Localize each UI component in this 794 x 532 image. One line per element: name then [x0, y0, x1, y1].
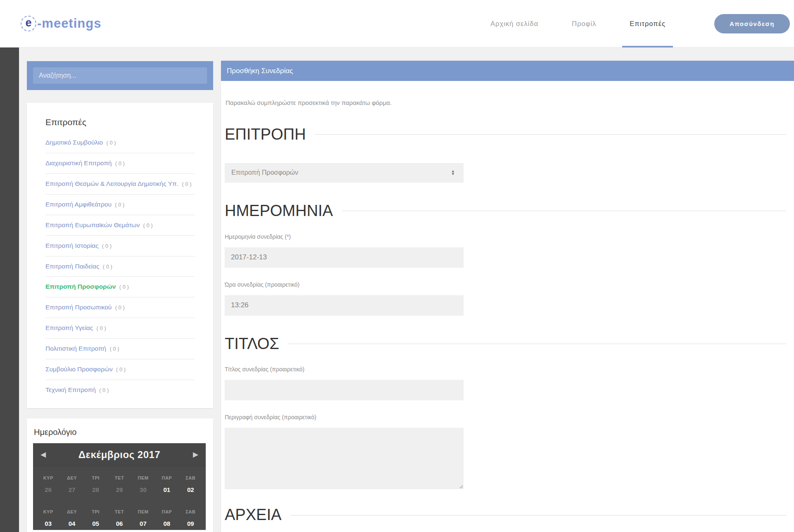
- calendar-prev-icon[interactable]: ◀: [40, 450, 53, 459]
- calendar-month-label: Δεκέμβριος 2017: [53, 449, 186, 461]
- calendar-weekday-label: ΤΡΙ: [84, 506, 107, 518]
- date-input[interactable]: [225, 247, 464, 268]
- calendar-header: ◀ Δεκέμβριος 2017 ▶: [33, 443, 206, 466]
- main-panel: Προσθήκη Συνεδρίας Παρακαλώ συμπληρώστε …: [221, 61, 794, 532]
- committee-list-item: Δημοτικό Συμβούλιο ( 0 ): [45, 133, 195, 153]
- committee-list-item: Πολιτιστική Επιτροπή ( 0 ): [45, 339, 195, 359]
- calendar-weekday-label: ΔΕΥ: [60, 506, 83, 518]
- form-intro-text: Παρακαλώ συμπληρώστε προσεκτικά την παρα…: [226, 99, 786, 106]
- calendar-day: 27: [60, 484, 83, 496]
- committee-link[interactable]: Διαχειριστική Επιτροπή: [45, 159, 112, 166]
- calendar-next-icon[interactable]: ▶: [186, 450, 198, 459]
- section-heading-files: ΑΡΧΕΙΑ: [225, 506, 786, 524]
- committee-link[interactable]: Πολιτιστική Επιτροπή: [45, 345, 106, 352]
- calendar-day[interactable]: 03: [36, 518, 60, 530]
- search-panel: [27, 61, 213, 90]
- committee-list-item: Διαχειριστική Επιτροπή ( 0 ): [45, 153, 195, 174]
- committee-list-item: Επιτροπή Ευρωπαϊκών Θεμάτων ( 0 ): [45, 215, 195, 236]
- nav-item-committees[interactable]: Επιτροπές: [622, 0, 673, 47]
- committee-count: ( 0 ): [143, 222, 152, 228]
- nav-item-profile[interactable]: Προφίλ: [564, 0, 604, 47]
- committee-link[interactable]: Τεχνική Επιτροπή: [45, 386, 96, 393]
- calendar-day: 30: [131, 484, 155, 496]
- title-heading: ΤΙΤΛΟΣ: [225, 335, 279, 353]
- committee-list-item: Επιτροπή Παιδείας ( 0 ): [45, 256, 195, 277]
- committee-list-item: Επιτροπή Προσωπικού ( 0 ): [45, 297, 195, 318]
- select-updown-icon: ▲▼: [451, 170, 455, 176]
- committee-list-item: Επιτροπή Προσφορών ( 0 ): [45, 277, 195, 297]
- calendar-day[interactable]: 02: [179, 484, 202, 496]
- committee-list-item: Συμβούλιο Προσφορών ( 0 ): [45, 359, 195, 380]
- description-textarea[interactable]: [225, 428, 464, 489]
- committee-link[interactable]: Συμβούλιο Προσφορών: [45, 366, 113, 373]
- calendar-weekday-label: ΠΕΜ: [131, 472, 155, 484]
- calendar-day: 26: [36, 484, 60, 496]
- committee-list-item: Επιτροπή Θεσμών & Λειτουργία Δημοτικής Υ…: [45, 174, 195, 195]
- committee-link[interactable]: Επιτροπή Προσωπικού: [45, 304, 112, 311]
- committee-link[interactable]: Επιτροπή Αμφιθεάτρου: [45, 201, 112, 208]
- logo-e-icon: e: [21, 16, 36, 31]
- top-navigation: Αρχική σελίδα Προφίλ Επιτροπές Αποσύνδεσ…: [483, 0, 790, 47]
- calendar-grid: ΚΥΡΔΕΥΤΡΙΤΕΤΠΕΜΠΑΡΣΑΒ26272829300102ΚΥΡΔΕ…: [33, 466, 206, 530]
- calendar-day[interactable]: 06: [107, 518, 131, 530]
- committee-link[interactable]: Επιτροπή Ιστορίας: [45, 242, 99, 249]
- calendar-widget: ◀ Δεκέμβριος 2017 ▶ ΚΥΡΔΕΥΤΡΙΤΕΤΠΕΜΠΑΡΣΑ…: [33, 443, 206, 530]
- calendar-day: 29: [107, 484, 131, 496]
- calendar-day[interactable]: 01: [155, 484, 178, 496]
- calendar-day[interactable]: 05: [84, 518, 107, 530]
- heading-rule: [290, 515, 786, 515]
- left-dark-strip: [0, 48, 19, 532]
- title-input[interactable]: [225, 380, 464, 400]
- calendar-day[interactable]: 07: [131, 518, 155, 530]
- logout-button[interactable]: Αποσύνδεση: [714, 14, 790, 33]
- committee-select[interactable]: Επιτροπή Προσφορών ▲▼: [225, 163, 464, 183]
- calendar-weekday-label: ΤΡΙ: [84, 472, 107, 484]
- calendar-day[interactable]: 08: [155, 518, 178, 530]
- committee-count: ( 0 ): [110, 346, 119, 352]
- committee-link[interactable]: Επιτροπή Παιδείας: [45, 263, 99, 270]
- nav-item-home[interactable]: Αρχική σελίδα: [483, 0, 546, 47]
- calendar-card: Ημερολόγιο ◀ Δεκέμβριος 2017 ▶ ΚΥΡΔΕΥΤΡΙ…: [27, 418, 213, 532]
- committees-card: Επιτροπές Δημοτικό Συμβούλιο ( 0 ) Διαχε…: [27, 103, 213, 408]
- committee-count: ( 0 ): [103, 264, 112, 270]
- committee-link[interactable]: Επιτροπή Θεσμών & Λειτουργία Δημοτικής Υ…: [45, 180, 178, 187]
- search-input[interactable]: [33, 67, 207, 84]
- add-meeting-form: Παρακαλώ συμπληρώστε προσεκτικά την παρα…: [221, 99, 794, 532]
- committee-select-value: Επιτροπή Προσφορών: [231, 169, 451, 176]
- panel-titlebar: Προσθήκη Συνεδρίας: [221, 61, 794, 81]
- calendar-weekday-row: ΚΥΡΔΕΥΤΡΙΤΕΤΠΕΜΠΑΡΣΑΒ: [36, 506, 202, 518]
- committees-title: Επιτροπές: [45, 117, 195, 127]
- calendar-title: Ημερολόγιο: [33, 428, 206, 437]
- sidebar: Επιτροπές Δημοτικό Συμβούλιο ( 0 ) Διαχε…: [27, 61, 213, 532]
- calendar-weekday-label: ΤΕΤ: [107, 472, 131, 484]
- date-field-label: Ημερομηνία συνεδρίας (*): [225, 233, 786, 240]
- calendar-weekday-label: ΤΕΤ: [107, 506, 131, 518]
- heading-rule: [288, 344, 786, 344]
- committee-list-item: Επιτροπή Υγείας ( 0 ): [45, 318, 195, 339]
- top-header: e -meetings Αρχική σελίδα Προφίλ Επιτροπ…: [0, 0, 794, 48]
- committee-link[interactable]: Δημοτικό Συμβούλιο: [45, 139, 103, 146]
- committee-count: ( 0 ): [97, 325, 106, 331]
- committee-link-active[interactable]: Επιτροπή Προσφορών: [45, 283, 116, 290]
- time-input[interactable]: [225, 295, 464, 316]
- calendar-weekday-label: ΔΕΥ: [60, 472, 83, 484]
- calendar-day[interactable]: 04: [60, 518, 83, 530]
- committee-link[interactable]: Επιτροπή Υγείας: [45, 324, 93, 331]
- calendar-weekday-label: ΚΥΡ: [36, 472, 60, 484]
- calendar-weekday-label: ΠΕΜ: [131, 506, 155, 518]
- committee-count: ( 0 ): [115, 160, 125, 166]
- committee-count: ( 0 ): [182, 181, 191, 187]
- date-heading: ΗΜΕΡΟΜΗΝΙΑ: [225, 202, 333, 220]
- page-background: Επιτροπές Δημοτικό Συμβούλιο ( 0 ) Διαχε…: [19, 48, 794, 532]
- app-logo[interactable]: e -meetings: [21, 16, 101, 31]
- section-heading-date: ΗΜΕΡΟΜΗΝΙΑ: [225, 202, 786, 220]
- committee-heading: ΕΠΙΤΡΟΠΗ: [225, 126, 306, 143]
- calendar-weekday-label: ΠΑΡ: [155, 472, 178, 484]
- description-field-label: Περιγραφή συνεδρίας (προαιρετικό): [225, 414, 786, 420]
- committee-link[interactable]: Επιτροπή Ευρωπαϊκών Θεμάτων: [45, 221, 140, 228]
- section-heading-committee: ΕΠΙΤΡΟΠΗ: [225, 126, 786, 143]
- committee-count: ( 0 ): [99, 387, 109, 393]
- committee-list-item: Επιτροπή Ιστορίας ( 0 ): [45, 236, 195, 256]
- calendar-day[interactable]: 09: [179, 518, 202, 530]
- calendar-weekday-label: ΠΑΡ: [155, 506, 178, 518]
